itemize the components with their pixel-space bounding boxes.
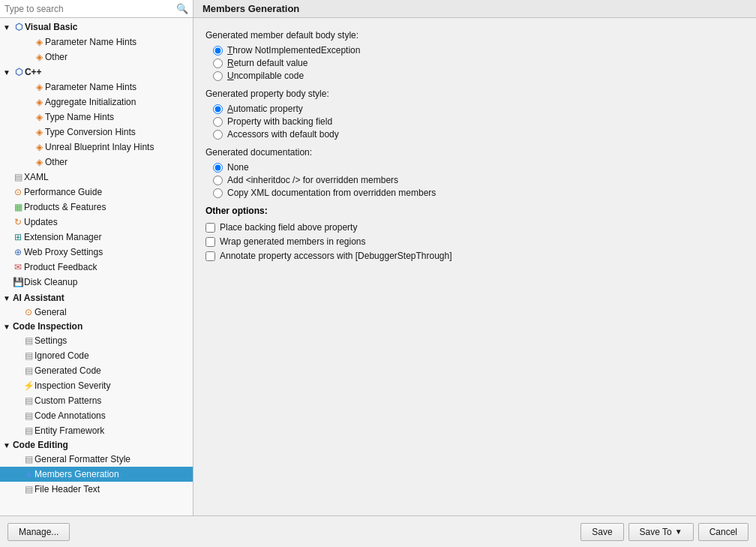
collapse-arrow-cpp: ▼ — [3, 68, 10, 77]
radio-row-accessors: Accessors with default body — [213, 129, 744, 140]
tree-item-ce-members[interactable]: ◈ Members Generation — [0, 467, 193, 482]
label-copy-xml[interactable]: Copy XML documentation from overridden m… — [227, 188, 436, 198]
label-none[interactable]: None — [227, 162, 249, 173]
radio-uncompilable[interactable] — [213, 71, 223, 81]
generated-icon: ▤ — [22, 365, 34, 377]
proxy-icon: ⊕ — [12, 246, 24, 258]
tree-item-disk[interactable]: 💾 Disk Cleanup — [0, 275, 193, 290]
right-panel: Members Generation Generated member defa… — [194, 0, 756, 515]
tree-item-ci-ignored[interactable]: ▤ Ignored Code — [0, 348, 193, 363]
tree-item-cpp-other[interactable]: ◈ Other — [0, 155, 193, 170]
tree-item-visual-basic[interactable]: ▼ ⬡ Visual Basic — [0, 20, 193, 35]
tree-item-ce-formatter[interactable]: ▤ General Formatter Style — [0, 452, 193, 467]
button-group: Save Save To ▼ Cancel — [580, 523, 748, 541]
tree-label-ce: Code Editing — [13, 440, 68, 450]
label-ce-fileheader: File Header Text — [34, 484, 100, 494]
label-backing-above[interactable]: Place backing field above property — [220, 222, 357, 233]
radio-auto[interactable] — [213, 104, 223, 114]
radio-throw[interactable] — [213, 46, 223, 56]
tree-section-ci[interactable]: ▼ Code Inspection — [0, 320, 193, 333]
tree-item-proxy[interactable]: ⊕ Web Proxy Settings — [0, 245, 193, 260]
tree-item-ai-general[interactable]: ⊙ General — [0, 305, 193, 320]
property-style-group: Automatic property Property with backing… — [213, 104, 744, 140]
label-cpp-type-name: Type Name Hints — [45, 112, 114, 122]
radio-row-copy-xml: Copy XML documentation from overridden m… — [213, 188, 744, 198]
chk-backing-field-above[interactable] — [206, 223, 215, 233]
checkbox-row-debugger: Annotate property accessors with [Debugg… — [206, 251, 744, 261]
tree-item-ci-settings[interactable]: ▤ Settings — [0, 333, 193, 348]
save-to-button[interactable]: Save To ▼ — [628, 523, 694, 541]
tree-item-ce-fileheader[interactable]: ▤ File Header Text — [0, 482, 193, 497]
label-accessors[interactable]: Accessors with default body — [227, 129, 339, 140]
manage-button[interactable]: Manage... — [8, 523, 70, 541]
label-ce-formatter: General Formatter Style — [34, 454, 130, 464]
tree-item-ext[interactable]: ⊞ Extension Manager — [0, 230, 193, 245]
chk-wrap-regions[interactable] — [206, 237, 215, 247]
tree-item-vb-other[interactable]: ◈ Other — [0, 50, 193, 65]
tree-item-cpp-type-name[interactable]: ◈ Type Name Hints — [0, 110, 193, 125]
severity-icon: ⚡ — [22, 380, 34, 392]
cpp-icon: ⬡ — [13, 66, 25, 78]
tree-item-products[interactable]: ▦ Products & Features — [0, 200, 193, 215]
tree-item-ci-patterns[interactable]: ▤ Custom Patterns — [0, 393, 193, 408]
tree-item-cpp-agg-init[interactable]: ◈ Aggregate Initialization — [0, 95, 193, 110]
radio-copy-xml[interactable] — [213, 188, 223, 198]
tree-item-xaml[interactable]: ▤ XAML — [0, 170, 193, 185]
chk-debugger-step[interactable] — [206, 251, 215, 261]
label-ci-ignored: Ignored Code — [34, 350, 89, 361]
patterns-icon: ▤ — [22, 395, 34, 407]
tree-item-cpp-unreal[interactable]: ◈ Unreal Blueprint Inlay Hints — [0, 140, 193, 155]
tree-item-cpp-type-conv[interactable]: ◈ Type Conversion Hints — [0, 125, 193, 140]
tree-item-ci-generated[interactable]: ▤ Generated Code — [0, 363, 193, 378]
label-debugger-step[interactable]: Annotate property accessors with [Debugg… — [220, 251, 452, 261]
radio-return[interactable] — [213, 59, 223, 68]
radio-accessors[interactable] — [213, 130, 223, 140]
tree-item-ci-annotations[interactable]: ▤ Code Annotations — [0, 408, 193, 423]
save-button[interactable]: Save — [580, 523, 623, 541]
search-input[interactable] — [4, 4, 176, 14]
feedback-icon: ✉ — [12, 261, 24, 273]
radio-inheritdoc[interactable] — [213, 176, 223, 185]
hint-icon: ◈ — [33, 36, 45, 48]
perf-icon: ⊙ — [12, 186, 24, 198]
body-style-group: Throw NotImplementedException Return def… — [213, 45, 744, 81]
documentation-group: None Add <inheritdoc /> for overridden m… — [213, 162, 744, 198]
label-cpp-type-conv: Type Conversion Hints — [45, 127, 136, 137]
tree-item-cpp-param-hints[interactable]: ◈ Parameter Name Hints — [0, 80, 193, 95]
other-options-label: Other options: — [206, 206, 744, 216]
label-vb-param-hints: Parameter Name Hints — [45, 37, 136, 47]
radio-none[interactable] — [213, 163, 223, 173]
panel-title: Members Generation — [194, 0, 756, 18]
dialog: 🔍 ▼ ⬡ Visual Basic ◈ Parameter Name Hint… — [0, 0, 756, 547]
tree-item-ci-ef[interactable]: ▤ Entity Framework — [0, 423, 193, 438]
radio-row-inheritdoc: Add <inheritdoc /> for overridden member… — [213, 175, 744, 185]
tree-section-ce[interactable]: ▼ Code Editing — [0, 438, 193, 452]
tree-item-perf[interactable]: ⊙ Performance Guide — [0, 185, 193, 200]
tree-item-cpp[interactable]: ▼ ⬡ C++ — [0, 65, 193, 80]
radio-backing[interactable] — [213, 117, 223, 127]
label-auto[interactable]: Automatic property — [227, 104, 303, 114]
hint-icon-cpp: ◈ — [33, 81, 45, 93]
annotations-icon: ▤ — [22, 410, 34, 422]
save-to-label: Save To — [640, 527, 672, 537]
xaml-icon: ▤ — [12, 171, 24, 183]
members-icon: ◈ — [22, 468, 34, 480]
tree-item-updates[interactable]: ↻ Updates — [0, 215, 193, 230]
label-return[interactable]: Return default value — [227, 58, 308, 68]
tree-item-vb-param-hints[interactable]: ◈ Parameter Name Hints — [0, 35, 193, 50]
label-uncompilable[interactable]: Uncompilable code — [227, 71, 304, 81]
cancel-button[interactable]: Cancel — [698, 523, 748, 541]
tree-item-ci-severity[interactable]: ⚡ Inspection Severity — [0, 378, 193, 393]
panel-body: Generated member default body style: Thr… — [194, 18, 756, 515]
label-inheritdoc[interactable]: Add <inheritdoc /> for overridden member… — [227, 175, 398, 185]
label-throw[interactable]: Throw NotImplementedException — [227, 45, 360, 56]
radio-row-backing-field: Property with backing field — [213, 116, 744, 127]
label-wrap-regions[interactable]: Wrap generated members in regions — [220, 236, 366, 247]
bottom-bar: Manage... Save Save To ▼ Cancel — [0, 515, 756, 547]
products-icon: ▦ — [12, 201, 24, 213]
tree-item-feedback[interactable]: ✉ Product Feedback — [0, 260, 193, 275]
label-ci-settings: Settings — [34, 335, 67, 346]
label-backing[interactable]: Property with backing field — [227, 116, 332, 127]
label-ci-ef: Entity Framework — [34, 425, 104, 436]
tree-section-ai[interactable]: ▼ AI Assistant — [0, 291, 193, 305]
